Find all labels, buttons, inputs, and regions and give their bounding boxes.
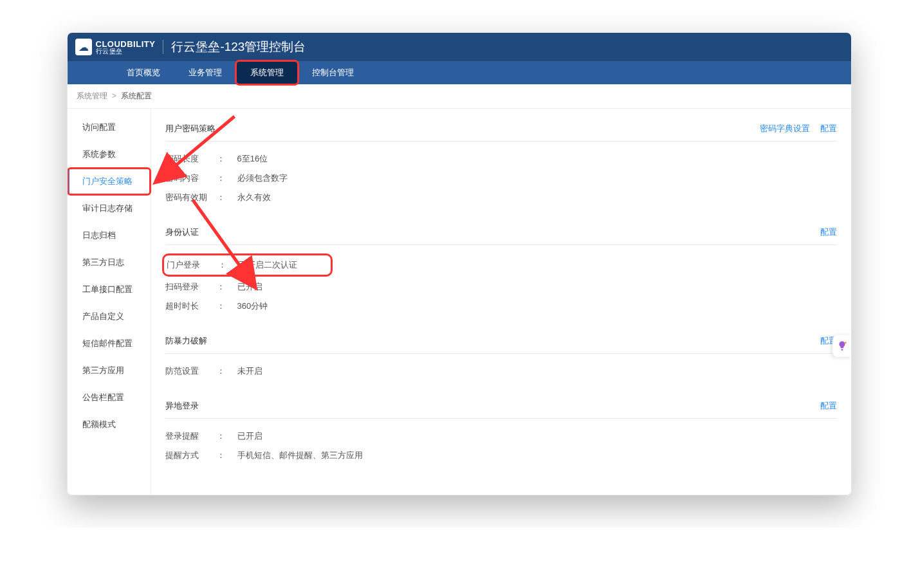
nav-item-0[interactable]: 首页概览 — [113, 61, 174, 84]
lightbulb-icon — [836, 340, 848, 352]
section-title-brute: 防暴力破解 — [165, 335, 207, 347]
section-title-remote: 异地登录 — [165, 400, 199, 412]
kv-key: 密码长度 — [165, 153, 217, 165]
top-nav: 首页概览业务管理系统管理控制台管理 — [68, 61, 851, 84]
kv-key: 超时时长 — [165, 300, 217, 312]
sidebar: 访问配置系统参数门户安全策略审计日志存储日志归档第三方日志工单接口配置产品自定义… — [68, 109, 151, 495]
kv-row: 密码内容：必须包含数字 — [165, 169, 837, 188]
kv-value: 永久有效 — [237, 192, 271, 203]
kv-value: 360分钟 — [237, 300, 268, 312]
header: ☁ CLOUDBILITY 行云堡垒 行云堡垒-123管理控制台 — [68, 33, 851, 61]
kv-row: 门户登录：不开启二次认证 — [165, 253, 837, 277]
nav-item-1[interactable]: 业务管理 — [174, 61, 236, 84]
kv-key: 提醒方式 — [165, 450, 217, 461]
kv-key: 门户登录 — [167, 259, 218, 271]
section-title-pwd: 用户密码策略 — [165, 123, 216, 134]
main-content: 用户密码策略 密码字典设置 配置 密码长度：6至16位密码内容：必须包含数字密码… — [151, 109, 851, 495]
section-title-auth: 身份认证 — [165, 226, 199, 238]
breadcrumb-root[interactable]: 系统管理 — [77, 91, 107, 100]
sidebar-item-2[interactable]: 门户安全策略 — [68, 168, 151, 195]
link-config-auth[interactable]: 配置 — [820, 226, 837, 238]
sidebar-item-10[interactable]: 公告栏配置 — [68, 384, 151, 411]
kv-key: 扫码登录 — [165, 281, 217, 293]
kv-row: 密码长度：6至16位 — [165, 149, 837, 169]
kv-value: 已开启 — [237, 430, 262, 442]
kv-row: 密码有效期：永久有效 — [165, 188, 837, 207]
page-title: 行云堡垒-123管理控制台 — [171, 39, 306, 55]
breadcrumb-current: 系统配置 — [121, 91, 152, 100]
kv-value: 6至16位 — [237, 153, 268, 165]
brand-logo[interactable]: ☁ CLOUDBILITY 行云堡垒 — [75, 39, 156, 55]
help-button[interactable] — [832, 335, 852, 357]
sidebar-item-3[interactable]: 审计日志存储 — [68, 195, 151, 222]
sidebar-item-7[interactable]: 产品自定义 — [68, 303, 151, 330]
kv-value: 必须包含数字 — [237, 172, 288, 184]
logo-mark-icon: ☁ — [75, 39, 92, 55]
kv-row: 登录提醒：已开启 — [165, 427, 837, 446]
kv-row: 超时时长：360分钟 — [165, 297, 837, 316]
sidebar-item-11[interactable]: 配额模式 — [68, 411, 151, 438]
sidebar-item-8[interactable]: 短信邮件配置 — [68, 330, 151, 357]
link-password-dict[interactable]: 密码字典设置 — [760, 123, 810, 134]
kv-value: 已开启 — [237, 281, 262, 293]
section-links-pwd: 密码字典设置 配置 — [760, 123, 837, 134]
svg-point-0 — [844, 342, 846, 344]
sidebar-item-9[interactable]: 第三方应用 — [68, 357, 151, 384]
sidebar-item-1[interactable]: 系统参数 — [68, 141, 151, 168]
kv-row: 扫码登录：已开启 — [165, 277, 837, 297]
kv-row: 提醒方式：手机短信、邮件提醒、第三方应用 — [165, 446, 837, 465]
kv-row: 防范设置：未开启 — [165, 362, 837, 381]
logo-main: CLOUDBILITY — [96, 40, 156, 48]
sidebar-item-4[interactable]: 日志归档 — [68, 222, 151, 249]
breadcrumb: 系统管理 > 系统配置 — [68, 84, 851, 109]
sidebar-item-0[interactable]: 访问配置 — [68, 114, 151, 141]
nav-item-3[interactable]: 控制台管理 — [298, 61, 368, 84]
sidebar-item-6[interactable]: 工单接口配置 — [68, 276, 151, 303]
logo-sub: 行云堡垒 — [96, 48, 156, 55]
link-config-pwd[interactable]: 配置 — [820, 123, 837, 134]
kv-value: 手机短信、邮件提醒、第三方应用 — [237, 450, 363, 461]
header-divider — [163, 40, 163, 54]
sidebar-item-5[interactable]: 第三方日志 — [68, 249, 151, 276]
kv-key: 密码内容 — [165, 172, 217, 184]
nav-item-2[interactable]: 系统管理 — [236, 61, 298, 84]
breadcrumb-sep: > — [112, 91, 116, 100]
link-config-remote[interactable]: 配置 — [820, 400, 837, 412]
kv-key: 登录提醒 — [165, 430, 217, 442]
kv-value: 不开启二次认证 — [239, 259, 297, 271]
kv-value: 未开启 — [237, 365, 262, 377]
kv-key: 防范设置 — [165, 365, 217, 377]
kv-key: 密码有效期 — [165, 192, 217, 203]
